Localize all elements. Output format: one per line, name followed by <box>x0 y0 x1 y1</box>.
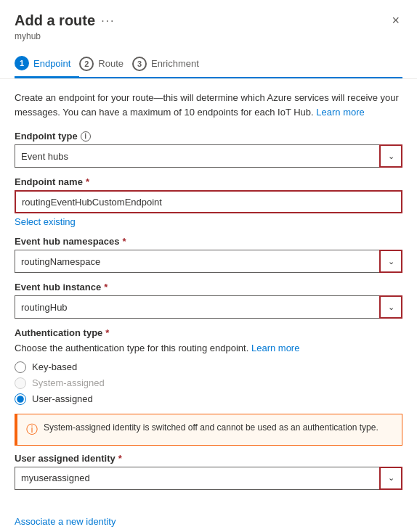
step-1-label: Endpoint <box>33 58 70 69</box>
radio-user-assigned-input[interactable] <box>15 393 26 405</box>
authentication-type-label: Authentication type * <box>15 327 402 338</box>
endpoint-type-wrapper: Event hubsService Bus queueService Bus t… <box>15 144 402 168</box>
endpoint-type-group: Endpoint type i Event hubsService Bus qu… <box>15 131 402 168</box>
auth-type-radio-group: Key-based System-assigned User-assigned <box>15 361 402 405</box>
step-3-circle: 3 <box>132 57 147 71</box>
user-assigned-identity-wrapper: myuserassigned ⌄ <box>15 467 402 490</box>
step-endpoint[interactable]: 1 Endpoint <box>15 50 79 78</box>
close-button[interactable]: × <box>389 12 402 30</box>
select-existing-link[interactable]: Select existing <box>15 216 76 227</box>
radio-system-assigned-label: System-assigned <box>32 377 105 388</box>
event-hub-namespaces-required: * <box>123 236 126 247</box>
panel-title: Add a route <box>15 12 95 29</box>
more-options-icon[interactable]: ··· <box>101 15 115 28</box>
event-hub-namespaces-label: Event hub namespaces * <box>15 236 402 247</box>
radio-system-assigned-input <box>15 377 26 389</box>
event-hub-namespaces-group: Event hub namespaces * routingNamespace … <box>15 236 402 273</box>
endpoint-name-required: * <box>86 176 89 187</box>
warning-icon: ⓘ <box>26 422 38 438</box>
endpoint-type-label: Endpoint type i <box>15 131 402 142</box>
user-identity-required: * <box>118 453 122 464</box>
panel-body: Create an endpoint for your route—this w… <box>0 79 417 510</box>
user-assigned-identity-select[interactable]: myuserassigned <box>15 467 402 490</box>
event-hub-namespaces-select[interactable]: routingNamespace <box>15 250 402 273</box>
authentication-type-group: Authentication type * Choose the authent… <box>15 327 402 405</box>
associate-new-identity-link[interactable]: Associate a new identity <box>15 516 116 527</box>
endpoint-type-select[interactable]: Event hubsService Bus queueService Bus t… <box>15 144 402 168</box>
radio-key-based[interactable]: Key-based <box>15 361 402 373</box>
step-2-circle: 2 <box>79 57 94 71</box>
panel-subtitle: myhub <box>15 31 402 41</box>
auth-type-description: Choose the authentication type for this … <box>15 341 402 356</box>
event-hub-namespaces-wrapper: routingNamespace ⌄ <box>15 250 402 273</box>
auth-type-required: * <box>105 327 109 338</box>
add-route-panel: Add a route ··· × myhub 1 Endpoint 2 Rou… <box>0 0 417 532</box>
learn-more-link-2[interactable]: Learn more <box>251 343 299 353</box>
endpoint-name-group: Endpoint name * Select existing <box>15 176 402 227</box>
panel-footer: Associate a new identity <box>0 510 417 533</box>
learn-more-link-1[interactable]: Learn more <box>316 107 364 118</box>
radio-user-assigned-label: User-assigned <box>32 393 93 404</box>
warning-text: System-assigned identity is switched off… <box>44 422 378 434</box>
wizard-steps: 1 Endpoint 2 Route 3 Enrichment <box>15 50 402 78</box>
step-2-label: Route <box>98 58 124 69</box>
radio-key-based-label: Key-based <box>32 361 77 372</box>
radio-key-based-input[interactable] <box>15 361 26 373</box>
radio-user-assigned[interactable]: User-assigned <box>15 393 402 405</box>
description-text: Create an endpoint for your route—this w… <box>15 91 402 119</box>
user-assigned-identity-group: User assigned identity * myuserassigned … <box>15 453 402 490</box>
title-row: Add a route ··· × <box>15 12 402 30</box>
user-assigned-identity-label: User assigned identity * <box>15 453 402 464</box>
event-hub-instance-select[interactable]: routingHub <box>15 295 402 319</box>
event-hub-instance-wrapper: routingHub ⌄ <box>15 295 402 319</box>
step-enrichment[interactable]: 3 Enrichment <box>132 51 208 77</box>
event-hub-instance-group: Event hub instance * routingHub ⌄ <box>15 282 402 319</box>
step-1-circle: 1 <box>15 56 29 70</box>
event-hub-instance-label: Event hub instance * <box>15 282 402 292</box>
panel-header: Add a route ··· × myhub 1 Endpoint 2 Rou… <box>0 0 417 79</box>
radio-system-assigned: System-assigned <box>15 377 402 389</box>
endpoint-name-label: Endpoint name * <box>15 176 402 187</box>
endpoint-name-input[interactable] <box>15 190 402 213</box>
event-hub-instance-required: * <box>104 282 108 292</box>
title-left: Add a route ··· <box>15 12 115 29</box>
step-3-label: Enrichment <box>151 58 199 69</box>
step-route[interactable]: 2 Route <box>79 51 132 77</box>
endpoint-type-info-icon[interactable]: i <box>81 131 91 142</box>
warning-box: ⓘ System-assigned identity is switched o… <box>15 414 402 446</box>
